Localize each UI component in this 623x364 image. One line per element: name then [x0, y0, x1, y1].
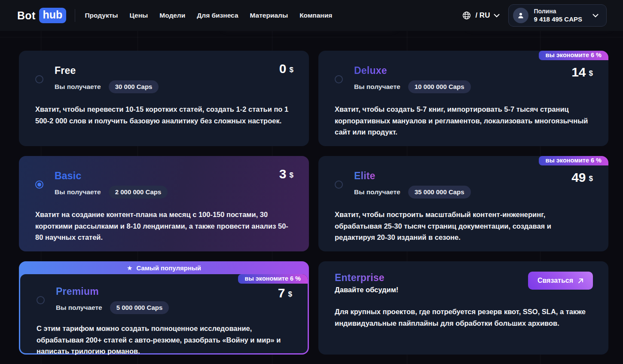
- user-account-menu[interactable]: Полина 9 418 495 CAPS: [508, 4, 607, 27]
- most-popular-label: Самый популярный: [136, 264, 201, 272]
- plan-price: 7 $: [278, 287, 292, 299]
- plan-price: 49 $: [571, 171, 593, 183]
- nav-item-materials[interactable]: Материалы: [250, 12, 288, 19]
- user-balance: 9 418 495 CAPS: [534, 15, 582, 24]
- caps-badge: 30 000 Caps: [109, 80, 159, 93]
- contact-button[interactable]: Связаться: [528, 272, 593, 290]
- pricing-plan-grid: Free Вы получаете 30 000 Caps 0 $ Хватит…: [19, 51, 608, 355]
- most-popular-ribbon: ★ Самый популярный: [20, 261, 308, 274]
- plan-description: Хватит на создание контент-плана на меся…: [35, 209, 293, 243]
- caps-badge: 2 000 000 Caps: [109, 186, 168, 199]
- plan-card-free[interactable]: Free Вы получаете 30 000 Caps 0 $ Хватит…: [19, 51, 309, 146]
- arrow-up-right-icon: [578, 278, 583, 284]
- person-icon: [517, 12, 525, 19]
- plan-price: 14 $: [571, 66, 593, 78]
- plan-title: Free: [55, 65, 159, 76]
- receive-label: Вы получаете: [55, 83, 101, 91]
- logo-text-hub: hub: [39, 8, 67, 23]
- receive-label: Вы получаете: [56, 304, 102, 312]
- plan-title: Basic: [55, 171, 168, 181]
- plan-radio-premium[interactable]: [37, 296, 45, 304]
- language-switcher[interactable]: / RU: [462, 11, 500, 20]
- avatar: [513, 8, 528, 23]
- bothub-logo[interactable]: Bot hub: [17, 8, 66, 23]
- globe-icon: [462, 11, 471, 20]
- plan-title: Enterprise: [335, 272, 385, 283]
- receive-label: Вы получаете: [354, 188, 400, 196]
- plan-radio-elite[interactable]: [335, 180, 343, 189]
- nav-item-company[interactable]: Компания: [299, 12, 332, 19]
- nav-item-models[interactable]: Модели: [159, 12, 185, 19]
- logo-text-bot: Bot: [17, 9, 36, 22]
- receive-label: Вы получаете: [354, 83, 400, 91]
- plan-description: Хватит, чтобы создать 5-7 книг, импортир…: [335, 104, 593, 138]
- backdrop-grid-line: [0, 37, 623, 37]
- top-navbar: Bot hub Продукты Цены Модели Для бизнеса…: [0, 0, 623, 31]
- header-divider: [75, 9, 75, 22]
- plan-price: 3 $: [279, 168, 293, 180]
- plan-title: Deluxe: [354, 65, 387, 76]
- plan-description: Для крупных проектов, где потребуется ре…: [335, 306, 588, 329]
- receive-label: Вы получаете: [55, 188, 101, 196]
- plan-card-basic[interactable]: Basic Вы получаете 2 000 000 Caps 3 $ Хв…: [19, 156, 309, 251]
- contact-button-label: Связаться: [537, 277, 573, 284]
- plan-card-premium-wrapper[interactable]: ★ Самый популярный вы экономите 6 % Prem…: [19, 261, 309, 355]
- nav-item-prices[interactable]: Цены: [130, 12, 148, 19]
- plan-radio-basic[interactable]: [35, 180, 43, 189]
- plan-card-premium[interactable]: вы экономите 6 % Premium Вы получаете 5 …: [20, 274, 308, 353]
- plan-description: Хватит, чтобы перевести 10-15 коротких с…: [35, 104, 293, 126]
- plan-card-deluxe[interactable]: вы экономите 6 % Deluxe Вы получаете 10 …: [318, 51, 608, 146]
- plan-radio-free[interactable]: [35, 75, 43, 83]
- plan-radio-deluxe[interactable]: [335, 75, 343, 83]
- plan-description: Хватит, чтобы построить масштабный конте…: [335, 209, 593, 243]
- user-name: Полина: [534, 7, 582, 15]
- chevron-down-icon: [494, 14, 500, 18]
- plan-description: С этим тарифом можно создать полноценное…: [37, 323, 292, 357]
- caps-badge: 5 000 000 Caps: [110, 301, 169, 314]
- chevron-down-icon: [592, 14, 599, 18]
- plan-card-elite[interactable]: вы экономите 6 % Elite Вы получаете 35 0…: [318, 156, 608, 251]
- nav-item-products[interactable]: Продукты: [85, 12, 118, 19]
- plan-title: Elite: [354, 171, 376, 181]
- locale-label: / RU: [475, 11, 490, 20]
- plan-price: 0 $: [279, 63, 293, 74]
- plan-title: Premium: [56, 286, 99, 297]
- savings-badge: вы экономите 6 %: [539, 156, 609, 165]
- savings-badge: вы экономите 6 %: [539, 51, 609, 60]
- plan-card-enterprise[interactable]: Enterprise Давайте обсудим! Связаться Дл…: [318, 261, 608, 355]
- star-icon: ★: [127, 265, 132, 271]
- savings-badge: вы экономите 6 %: [238, 274, 308, 284]
- caps-badge: 35 000 000 Caps: [408, 186, 471, 199]
- main-nav: Продукты Цены Модели Для бизнеса Материа…: [85, 12, 332, 19]
- nav-item-business[interactable]: Для бизнеса: [197, 12, 238, 19]
- caps-badge: 10 000 000 Caps: [408, 80, 471, 93]
